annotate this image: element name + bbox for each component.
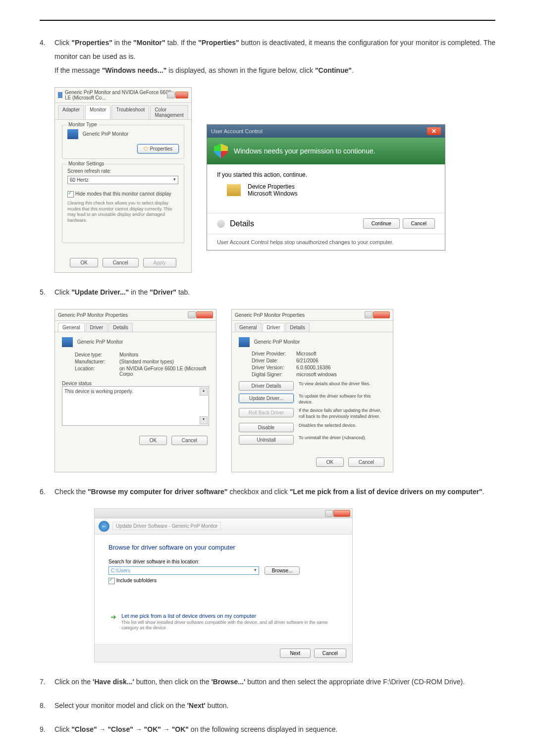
cancel-button[interactable]: Cancel — [171, 436, 208, 445]
tab-color-management[interactable]: Color Management — [150, 105, 188, 119]
label: Properties — [150, 146, 172, 151]
pick-from-list-link[interactable]: ➔ Let me pick from a list of device driv… — [108, 609, 338, 635]
step-4: 4. Click "Properties" in the "Monitor" t… — [40, 36, 495, 77]
dialog-buttons: OK Cancel Apply — [55, 253, 191, 272]
t: tab. If the — [165, 39, 198, 47]
uac-footer: User Account Control helps stop unauthor… — [207, 234, 445, 250]
value: 6.0.6000.16386 — [296, 365, 386, 370]
close-icon[interactable] — [196, 311, 213, 318]
back-icon[interactable]: ← — [99, 521, 109, 532]
scroll-down-icon[interactable]: ▾ — [200, 416, 208, 424]
ok-button[interactable]: OK — [316, 457, 344, 467]
label: Digital Signer: — [252, 372, 296, 377]
update-driver-button[interactable]: Update Driver... — [239, 394, 294, 403]
desc: To uninstall the driver (Advanced). — [299, 435, 366, 441]
cancel-button[interactable]: Cancel — [103, 258, 139, 267]
include-subfolders-checkbox[interactable] — [108, 578, 115, 584]
tab-driver[interactable]: Driver — [86, 323, 108, 332]
path-input[interactable]: C:\Users — [108, 566, 259, 575]
label: Device type: — [75, 352, 119, 357]
t: is displayed, as shown in the figure bel… — [166, 66, 315, 74]
tab-monitor[interactable]: Monitor — [85, 105, 110, 119]
update-driver-dialog: ← Update Driver Software - Generic PnP M… — [94, 508, 353, 662]
close-icon[interactable] — [373, 311, 390, 318]
monitor-settings-group: Monitor Settings Screen refresh rate: 60… — [62, 164, 184, 243]
apply-button[interactable]: Apply — [143, 258, 176, 267]
close-icon[interactable] — [333, 510, 350, 517]
window-title: Generic PnP Monitor Properties — [235, 312, 305, 318]
browse-button[interactable]: Browse... — [265, 566, 300, 575]
ok-button[interactable]: OK — [70, 258, 98, 267]
program-name: Device Properties — [248, 183, 298, 190]
disable-button[interactable]: Disable — [239, 423, 294, 432]
next-button[interactable]: Next — [280, 649, 311, 658]
tab-driver[interactable]: Driver — [263, 323, 285, 332]
t: Click — [54, 288, 71, 296]
window-title: Generic PnP Monitor Properties — [58, 312, 128, 318]
b: "Continue" — [315, 66, 352, 74]
monitor-icon — [62, 337, 73, 347]
close-icon[interactable]: ✕ — [427, 127, 441, 135]
step-number: 4. — [40, 36, 54, 77]
roll-back-button[interactable]: Roll Back Driver — [239, 408, 294, 417]
monitor-name: Generic PnP Monitor — [83, 131, 129, 137]
value: microsoft windows — [296, 372, 386, 377]
monitor-type-group: Monitor Type Generic PnP Monitor 🛡 Prope… — [62, 125, 184, 159]
titlebar: Generic PnP Monitor and NVIDIA GeForce 6… — [55, 88, 191, 103]
details-row: Details Continue Cancel — [207, 213, 445, 234]
t: checkbox and click — [227, 488, 289, 496]
driver-details-button[interactable]: Driver Details — [239, 381, 294, 391]
tab-details[interactable]: Details — [285, 323, 310, 332]
status-text: This device is working properly. — [64, 389, 133, 394]
titlebar: Generic PnP Monitor Properties — [232, 309, 393, 321]
uac-dialog: User Account Control ✕ Windows needs you… — [207, 124, 445, 251]
window-title: Generic PnP Monitor and NVIDIA GeForce 6… — [65, 90, 175, 101]
t: . — [482, 488, 484, 496]
label: Driver Provider: — [252, 351, 296, 356]
step-number: 8. — [40, 699, 54, 712]
details-label[interactable]: Details — [230, 219, 254, 228]
close-icon[interactable] — [175, 92, 188, 99]
cancel-button[interactable]: Cancel — [403, 218, 435, 229]
ok-button[interactable]: OK — [139, 436, 167, 445]
t: If the message — [54, 66, 102, 74]
uninstall-button[interactable]: Uninstall — [239, 435, 294, 445]
monitor-properties-dialog: Generic PnP Monitor and NVIDIA GeForce 6… — [54, 87, 192, 273]
window-title: User Account Control — [211, 128, 263, 134]
b: "Windows needs..." — [102, 66, 167, 74]
cancel-button[interactable]: Cancel — [314, 649, 346, 658]
tab-general[interactable]: General — [235, 323, 262, 332]
step-number: 9. — [40, 722, 54, 736]
label: Location: — [75, 366, 119, 377]
link-subtitle: This list will show installed driver sof… — [121, 620, 336, 631]
desc: Disables the selected device. — [299, 423, 357, 429]
b: "OK" — [172, 725, 189, 733]
b: "Driver" — [150, 288, 176, 296]
tab-troubleshoot[interactable]: Troubleshoot — [111, 105, 149, 119]
b: "Let me pick from a list of device drive… — [290, 488, 482, 496]
t: Click on the — [54, 678, 93, 686]
hide-modes-checkbox[interactable] — [67, 191, 74, 198]
properties-button[interactable]: 🛡 Properties — [137, 144, 179, 153]
t: Click — [54, 725, 71, 733]
tab-general[interactable]: General — [58, 323, 85, 332]
breadcrumb: Update Driver Software - Generic PnP Mon… — [112, 522, 221, 530]
step-9: 9. Click "Close" → "Close" → "OK" → "OK"… — [40, 722, 495, 736]
tab-adapter[interactable]: Adapter — [58, 105, 84, 119]
step-body: Click on the 'Have disk...' button, then… — [54, 675, 495, 689]
chevron-down-icon[interactable] — [217, 220, 225, 228]
step-body: Select your monitor model and click on t… — [54, 699, 495, 712]
tabstrip: Adapter Monitor Troubleshoot Color Manag… — [55, 103, 191, 120]
tab-details[interactable]: Details — [108, 323, 133, 332]
device-properties-driver-dialog: Generic PnP Monitor Properties General D… — [231, 309, 393, 472]
shield-icon — [214, 144, 228, 158]
label: Manufacturer: — [75, 359, 119, 364]
continue-button[interactable]: Continue — [363, 218, 400, 229]
t: → — [133, 725, 144, 733]
step-body: Click "Close" → "Close" → "OK" → "OK" on… — [54, 722, 495, 736]
refresh-dropdown[interactable]: 60 Hertz — [67, 176, 178, 184]
cancel-button[interactable]: Cancel — [348, 457, 384, 467]
step-number: 6. — [40, 485, 54, 499]
b: "Properties" — [198, 39, 239, 47]
scroll-up-icon[interactable]: ▴ — [200, 388, 208, 396]
